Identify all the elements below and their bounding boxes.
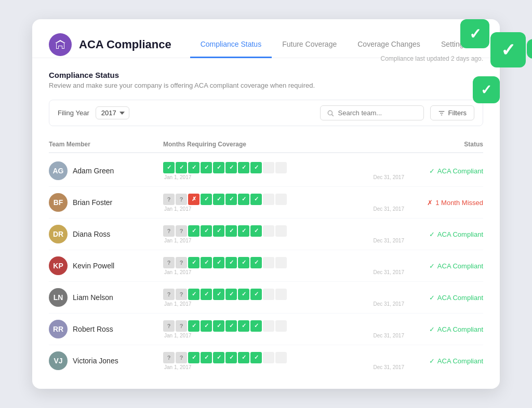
- month-block-green: ✓: [250, 352, 262, 363]
- month-block-green: ✓: [238, 289, 249, 300]
- member-name: Liam Nelson: [73, 293, 113, 302]
- coverage-bar: ??✓✓✓✓✓✓: [163, 352, 405, 363]
- month-block-green: ✓: [201, 320, 212, 332]
- tab-settings[interactable]: Settings: [431, 32, 478, 58]
- month-block-green: ✓: [201, 162, 212, 173]
- section-header: Compliance last updated 2 days ago. Comp…: [49, 71, 483, 89]
- month-block-gray: ?: [176, 194, 187, 205]
- filters-label: Filters: [448, 109, 467, 117]
- month-block-green: ✓: [250, 257, 262, 268]
- tab-compliance-status[interactable]: Compliance Status: [190, 32, 272, 58]
- month-block-empty: [275, 352, 287, 363]
- month-block-green: ✓: [213, 320, 224, 332]
- table-row: LN Liam Nelson ??✓✓✓✓✓✓ Jan 1, 2017 Dec …: [49, 282, 483, 314]
- month-block-green: ✓: [238, 352, 249, 363]
- month-block-green: ✓: [238, 320, 249, 332]
- filter-icon: [438, 110, 445, 117]
- section-title: Compliance Status: [49, 71, 483, 79]
- status-cell: ✓ ACA Compliant: [405, 357, 483, 365]
- coverage-cell: ??✗✓✓✓✓✓ Jan 1, 2017 Dec 31, 2017: [163, 194, 405, 212]
- month-block-green: ✓: [213, 352, 224, 363]
- tab-coverage-changes[interactable]: Coverage Changes: [347, 32, 431, 58]
- date-end: Dec 31, 2017: [374, 364, 405, 370]
- month-block-green: ✓: [225, 162, 237, 173]
- table-row: DR Diana Ross ??✓✓✓✓✓✓ Jan 1, 2017 Dec 3…: [49, 219, 483, 250]
- month-block-green: ✓: [188, 320, 200, 332]
- coverage-bar: ??✓✓✓✓✓✓: [163, 289, 405, 300]
- status-icon: ✓: [429, 230, 435, 238]
- main-content: Compliance last updated 2 days ago. Comp…: [32, 58, 500, 389]
- status-text: ACA Compliant: [437, 262, 483, 270]
- month-block-green: ✓: [163, 162, 175, 173]
- table-row: VJ Victoria Jones ??✓✓✓✓✓✓ Jan 1, 2017 D…: [49, 345, 483, 376]
- month-block-green: ✓: [213, 162, 224, 173]
- filters-button[interactable]: Filters: [430, 105, 474, 120]
- avatar: BF: [49, 193, 68, 212]
- month-block-green: ✓: [201, 352, 212, 363]
- table-row: AG Adam Green ✓✓✓✓✓✓✓✓ Jan 1, 2017 Dec 3…: [49, 155, 483, 187]
- date-start: Jan 1, 2017: [164, 174, 191, 180]
- search-input[interactable]: [338, 109, 411, 117]
- date-end: Dec 31, 2017: [374, 238, 405, 243]
- month-block-green: ✓: [201, 257, 212, 268]
- member-cell: BF Brian Foster: [49, 193, 163, 212]
- search-box: [320, 105, 424, 120]
- status-icon: ✓: [429, 294, 435, 302]
- date-labels: Jan 1, 2017 Dec 31, 2017: [163, 301, 405, 307]
- month-block-gray: ?: [176, 225, 187, 237]
- status-text: ACA Compliant: [437, 325, 483, 333]
- svg-point-0: [328, 111, 332, 115]
- member-name: Adam Green: [73, 167, 114, 175]
- month-block-green: ✓: [201, 289, 212, 300]
- month-block-green: ✓: [213, 257, 224, 268]
- filing-year-label: Filing Year: [58, 109, 89, 117]
- month-block-green: ✓: [225, 194, 237, 205]
- date-labels: Jan 1, 2017 Dec 31, 2017: [163, 269, 405, 275]
- year-select[interactable]: 2017 2016 2015: [96, 106, 129, 119]
- month-block-green: ✓: [250, 289, 262, 300]
- month-block-green: ✓: [188, 225, 200, 237]
- member-name: Robert Ross: [73, 325, 113, 333]
- month-block-empty: [275, 257, 287, 268]
- search-icon: [327, 110, 334, 117]
- coverage-bar: ✓✓✓✓✓✓✓✓: [163, 162, 405, 173]
- month-block-empty: [275, 194, 287, 205]
- date-end: Dec 31, 2017: [374, 301, 405, 307]
- status-icon: ✗: [427, 199, 433, 207]
- status-cell: ✓ ACA Compliant: [405, 262, 483, 270]
- tab-future-coverage[interactable]: Future Coverage: [272, 32, 347, 58]
- month-block-empty: [263, 225, 274, 237]
- coverage-cell: ??✓✓✓✓✓✓ Jan 1, 2017 Dec 31, 2017: [163, 320, 405, 338]
- coverage-cell: ??✓✓✓✓✓✓ Jan 1, 2017 Dec 31, 2017: [163, 352, 405, 370]
- date-start: Jan 1, 2017: [164, 206, 191, 212]
- month-block-green: ✓: [213, 289, 224, 300]
- month-block-empty: [275, 225, 287, 237]
- avatar: AG: [49, 161, 68, 180]
- section-subtitle: Review and make sure your company is off…: [49, 81, 483, 89]
- month-block-green: ✓: [188, 352, 200, 363]
- floating-check-3: ✓: [527, 39, 532, 59]
- status-text: ACA Compliant: [437, 294, 483, 302]
- month-block-gray: ?: [163, 257, 175, 268]
- coverage-bar: ??✓✓✓✓✓✓: [163, 320, 405, 332]
- month-block-green: ✓: [238, 194, 249, 205]
- member-name: Victoria Jones: [73, 357, 118, 365]
- month-block-gray: ?: [176, 352, 187, 363]
- member-name: Brian Foster: [73, 198, 112, 207]
- table-row: KP Kevin Powell ??✓✓✓✓✓✓ Jan 1, 2017 Dec…: [49, 250, 483, 282]
- date-start: Jan 1, 2017: [164, 269, 191, 275]
- month-block-green: ✓: [188, 257, 200, 268]
- month-block-green: ✓: [238, 162, 249, 173]
- month-block-empty: [263, 352, 274, 363]
- date-labels: Jan 1, 2017 Dec 31, 2017: [163, 333, 405, 338]
- month-block-empty: [275, 162, 287, 173]
- month-block-empty: [275, 289, 287, 300]
- month-block-green: ✓: [225, 257, 237, 268]
- coverage-cell: ??✓✓✓✓✓✓ Jan 1, 2017 Dec 31, 2017: [163, 289, 405, 307]
- coverage-bar: ??✓✓✓✓✓✓: [163, 257, 405, 268]
- coverage-cell: ✓✓✓✓✓✓✓✓ Jan 1, 2017 Dec 31, 2017: [163, 162, 405, 180]
- status-icon: ✓: [429, 357, 435, 365]
- month-block-empty: [275, 320, 287, 332]
- coverage-cell: ??✓✓✓✓✓✓ Jan 1, 2017 Dec 31, 2017: [163, 257, 405, 275]
- table-body: AG Adam Green ✓✓✓✓✓✓✓✓ Jan 1, 2017 Dec 3…: [49, 155, 483, 376]
